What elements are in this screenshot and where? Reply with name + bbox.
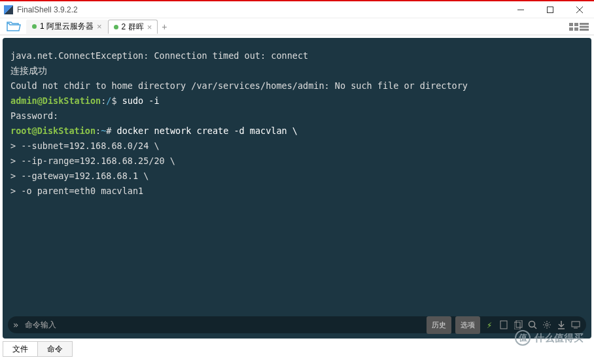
watermark: 值 什么值得买 bbox=[515, 330, 584, 346]
app-logo-icon bbox=[4, 5, 13, 14]
bolt-icon[interactable]: ⚡ bbox=[484, 318, 495, 333]
svg-line-15 bbox=[534, 327, 537, 329]
svg-rect-5 bbox=[574, 23, 578, 26]
watermark-text: 什么值得买 bbox=[534, 332, 584, 344]
document-icon[interactable] bbox=[498, 320, 509, 329]
list-view-icon[interactable] bbox=[580, 23, 589, 31]
copy-icon[interactable] bbox=[513, 320, 523, 329]
tab-bar: 1 阿里云服务器 × 2 群晖 × + bbox=[0, 18, 594, 35]
tab-1[interactable]: 1 阿里云服务器 × bbox=[26, 20, 108, 34]
terminal[interactable]: java.net.ConnectException: Connection ti… bbox=[3, 38, 591, 339]
status-dot-icon bbox=[114, 25, 118, 29]
terminal-content: java.net.ConnectException: Connection ti… bbox=[10, 48, 584, 199]
command-prefix-icon: » bbox=[13, 318, 18, 333]
status-dot-icon bbox=[32, 24, 37, 29]
minimize-button[interactable] bbox=[506, 1, 535, 18]
maximize-button[interactable] bbox=[535, 1, 565, 18]
grid-view-icon[interactable] bbox=[569, 23, 578, 31]
bottom-tab-files[interactable]: 文件 bbox=[3, 341, 38, 357]
open-folder-icon[interactable] bbox=[4, 20, 24, 34]
svg-rect-1 bbox=[547, 7, 553, 12]
window-buttons bbox=[506, 1, 594, 18]
add-tab-button[interactable]: + bbox=[158, 22, 171, 32]
svg-rect-17 bbox=[572, 322, 580, 327]
svg-rect-8 bbox=[580, 23, 589, 25]
tab-close-icon[interactable]: × bbox=[97, 22, 102, 31]
command-input[interactable]: 命令输入 bbox=[22, 318, 423, 333]
options-button[interactable]: 选项 bbox=[455, 316, 480, 334]
svg-rect-4 bbox=[569, 23, 573, 26]
monitor-icon[interactable] bbox=[570, 321, 581, 329]
close-button[interactable] bbox=[565, 1, 594, 18]
history-button[interactable]: 历史 bbox=[427, 316, 451, 334]
svg-point-14 bbox=[529, 322, 535, 327]
download-icon[interactable] bbox=[556, 320, 567, 329]
tab-label: 1 阿里云服务器 bbox=[40, 21, 94, 32]
bottom-tab-bar: 文件 命令 bbox=[0, 341, 594, 358]
svg-rect-11 bbox=[500, 321, 507, 329]
tab-2[interactable]: 2 群晖 × bbox=[108, 20, 158, 34]
svg-rect-13 bbox=[516, 320, 522, 327]
gear-icon[interactable] bbox=[542, 320, 552, 329]
svg-rect-10 bbox=[580, 29, 589, 31]
svg-rect-12 bbox=[514, 322, 520, 329]
window-title: FinalShell 3.9.2.2 bbox=[17, 5, 506, 14]
command-bar: » 命令输入 历史 选项 ⚡ bbox=[8, 316, 586, 333]
svg-rect-7 bbox=[574, 27, 578, 31]
bottom-tab-commands[interactable]: 命令 bbox=[37, 341, 73, 357]
tab-label: 2 群晖 bbox=[122, 22, 144, 33]
svg-rect-9 bbox=[580, 25, 589, 27]
view-mode-buttons bbox=[569, 23, 589, 31]
search-icon[interactable] bbox=[527, 320, 538, 329]
watermark-logo-icon: 值 bbox=[515, 330, 531, 346]
svg-rect-6 bbox=[569, 27, 573, 31]
tab-close-icon[interactable]: × bbox=[147, 22, 152, 32]
svg-point-16 bbox=[546, 323, 548, 326]
titlebar: FinalShell 3.9.2.2 bbox=[0, 1, 594, 18]
